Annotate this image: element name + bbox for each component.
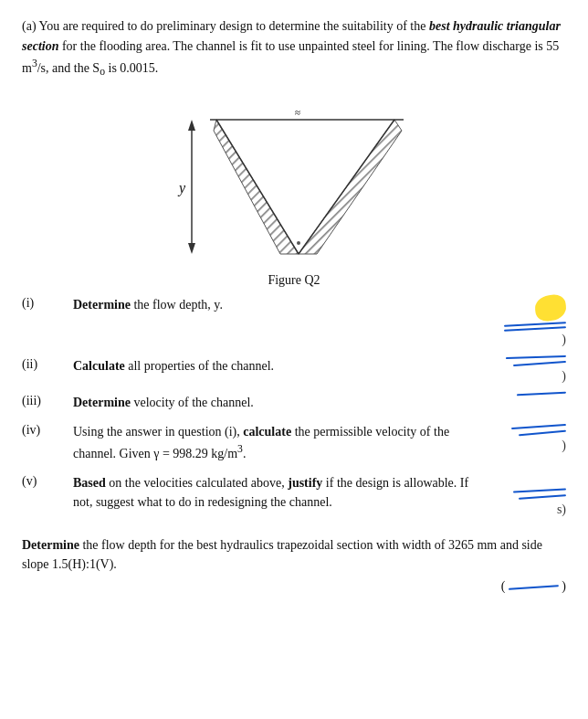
- svg-text:≈: ≈: [295, 107, 300, 118]
- subq-bold-iii: Determine: [73, 396, 131, 409]
- subq-using-iv: Using: [73, 425, 103, 439]
- annot-iv: ): [511, 426, 566, 453]
- annot-area-v: s): [484, 473, 566, 517]
- subq-rest3-iv: .: [243, 447, 247, 460]
- annot-iii: [517, 393, 566, 399]
- svg-line-5: [299, 120, 394, 254]
- bottom-paren-open: (: [501, 579, 506, 593]
- subq-num-i: (i): [22, 295, 73, 311]
- subq-rest-v: on the velocities calculated above,: [106, 476, 288, 490]
- subq-bold-i: Determine: [73, 298, 131, 312]
- bottom-bold: Determine: [22, 538, 79, 552]
- bottom-text: Determine the flow depth for the best hy…: [22, 535, 566, 575]
- subq-bold2-v: justify: [288, 476, 322, 490]
- bottom-paren-close: ): [562, 579, 566, 593]
- annot-squiggle2-v: [519, 494, 566, 500]
- annot-squiggle2-iv: [519, 429, 566, 436]
- annot-parens-i: ): [562, 333, 566, 347]
- intro-paragraph: (a) You are required to do preliminary d…: [22, 16, 566, 81]
- channel-svg: ≈: [130, 94, 458, 268]
- subq-num-ii: (ii): [22, 356, 73, 372]
- label-a: (a): [22, 19, 37, 33]
- bottom-annotation: ( ): [22, 576, 566, 597]
- subq-num-v: (v): [22, 473, 73, 489]
- subq-text-i: Determine the flow depth, y.: [73, 295, 484, 315]
- figure-container: ≈: [22, 94, 566, 288]
- annot-area-i: ): [484, 295, 566, 347]
- subquestion-i: (i) Determine the flow depth, y. ): [22, 295, 566, 347]
- channel-diagram: ≈: [130, 94, 458, 268]
- sub-questions: (i) Determine the flow depth, y. ) (ii) …: [22, 295, 566, 517]
- question-block: (a) You are required to do preliminary d…: [22, 16, 566, 597]
- subq-text-iv: Using the answer in question (i), calcul…: [73, 422, 484, 464]
- subq-bold-v: Based: [73, 476, 106, 490]
- annot-i: ): [504, 295, 566, 347]
- svg-marker-10: [188, 120, 195, 131]
- subq-rest-iii: velocity of the channel.: [131, 396, 254, 409]
- bottom-question: Determine the flow depth for the best hy…: [22, 532, 566, 597]
- figure-caption: Figure Q2: [268, 273, 320, 288]
- annot-parens-v: s): [557, 502, 566, 517]
- subquestion-v: (v) Based on the velocities calculated a…: [22, 473, 566, 517]
- annot-squiggle1-iii: [517, 391, 566, 396]
- annot-v: s): [513, 473, 566, 517]
- annot-ii: ): [506, 356, 566, 384]
- subq-num-iii: (iii): [22, 393, 73, 408]
- svg-marker-11: [188, 243, 195, 254]
- bottom-rest: the flow depth for the best hydraulics t…: [22, 538, 542, 572]
- intro-text3: /s, and the S: [37, 61, 100, 75]
- intro-text4: is 0.0015.: [105, 61, 158, 75]
- annot-area-iii: [484, 393, 566, 399]
- subq-text-iii: Determine velocity of the channel.: [73, 393, 484, 413]
- annot-squiggle1-ii: [506, 355, 566, 359]
- annot-area-ii: ): [484, 356, 566, 384]
- subq-num-iv: (iv): [22, 422, 73, 438]
- subq-rest-plain-iv: the answer in question (i),: [103, 425, 243, 439]
- annot-line-bot-i: [504, 326, 566, 332]
- subq-text-v: Based on the velocities calculated above…: [73, 473, 484, 513]
- annot-yellow-blob-i: [535, 295, 566, 321]
- annot-area-iv: ): [484, 422, 566, 453]
- subq-text-ii: Calculate all properties of the channel.: [73, 356, 484, 376]
- annot-squiggle1-v: [513, 488, 566, 492]
- svg-point-13: [297, 241, 300, 245]
- svg-marker-3: [299, 120, 402, 254]
- svg-text:y: y: [177, 180, 186, 196]
- annot-squiggle2-ii: [513, 361, 566, 366]
- annot-parens-iv: ): [562, 439, 566, 453]
- subquestion-ii: (ii) Calculate all properties of the cha…: [22, 356, 566, 384]
- subq-bold-ii: Calculate: [73, 359, 125, 373]
- subquestion-iv: (iv) Using the answer in question (i), c…: [22, 422, 566, 464]
- annot-parens-ii: ): [562, 369, 566, 384]
- yellow-highlight-i: [533, 293, 568, 322]
- bottom-blue-line: [509, 585, 559, 590]
- annot-squiggle1-iv: [511, 424, 566, 429]
- svg-line-4: [216, 120, 299, 254]
- subquestion-iii: (iii) Determine velocity of the channel.: [22, 393, 566, 413]
- subq-rest-ii: all properties of the channel.: [125, 359, 274, 373]
- subq-bold2-iv: calculate: [243, 425, 291, 439]
- subq-rest-i: the flow depth, y.: [131, 298, 223, 312]
- intro-text1: You are required to do preliminary desig…: [39, 19, 429, 33]
